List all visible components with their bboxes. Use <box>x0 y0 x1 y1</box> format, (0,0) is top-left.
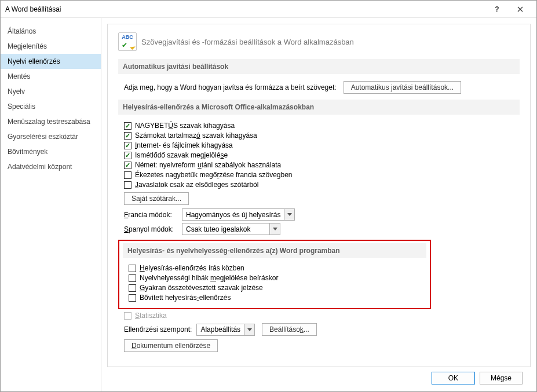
proofing-icon: ABC ✔ <box>118 32 137 51</box>
check-statistics: Statisztika <box>124 312 520 320</box>
content-panel: ABC ✔ Szövegjavítási és -formázási beáll… <box>107 24 531 367</box>
spanish-modes-label: Spanyol módok: <box>124 225 182 233</box>
writing-style-label: Ellenőrzési szempont: <box>124 325 192 334</box>
check-extended-spell[interactable]: Bővített helyesírás-ellenőrzés <box>129 294 426 302</box>
writing-style-select[interactable]: Alapbeállítás <box>196 324 255 336</box>
checkbox-icon <box>124 142 131 149</box>
checkbox-icon <box>124 181 131 189</box>
help-button[interactable]: ? <box>485 1 509 18</box>
checkbox-icon <box>124 312 131 320</box>
chevron-down-icon <box>269 224 280 235</box>
nav-advanced[interactable]: Speciális <box>1 99 101 114</box>
checkbox-icon <box>129 284 136 292</box>
ok-button[interactable]: OK <box>432 372 475 384</box>
dialog-footer: OK Mégse <box>107 367 531 391</box>
spanish-modes-select[interactable]: Csak tuteo igealakok <box>182 223 280 235</box>
nav-addins[interactable]: Bővítmények <box>1 144 101 159</box>
autocorrect-desc: Adja meg, hogy a Word hogyan javítsa és … <box>124 83 337 91</box>
checkbox-icon <box>124 162 131 169</box>
page-header-text: Szövegjavítási és -formázási beállítások… <box>141 38 354 46</box>
check-internet[interactable]: Internet- és fájlcímek kihagyása <box>124 141 520 149</box>
checkbox-icon <box>124 122 131 130</box>
office-spell-section-title: Helyesírás-ellenőrzés a Microsoft Office… <box>118 100 520 115</box>
grammar-settings-button[interactable]: Beállítások... <box>262 323 317 336</box>
check-french-accent[interactable]: Ékezetes nagybetűk megőrzése francia szö… <box>124 171 520 179</box>
nav-save[interactable]: Mentés <box>1 69 101 84</box>
category-sidebar: Általános Megjelenítés Nyelvi ellenőrzés… <box>1 18 101 391</box>
custom-dictionaries-button[interactable]: Saját szótárak... <box>124 192 189 205</box>
chevron-down-icon <box>284 209 294 220</box>
nav-display[interactable]: Megjelenítés <box>1 39 101 54</box>
page-header: ABC ✔ Szövegjavítási és -formázási beáll… <box>118 32 520 51</box>
checkbox-icon <box>124 171 131 179</box>
french-modes-select[interactable]: Hagyományos és új helyesírás <box>182 208 295 221</box>
check-german[interactable]: Német: nyelvreform utáni szabályok haszn… <box>124 161 520 169</box>
checkbox-icon <box>129 274 136 282</box>
check-grammar-as-type[interactable]: Nyelvhelyességi hibák megjelölése beírás… <box>129 274 426 282</box>
cancel-button[interactable]: Mégse <box>480 372 523 384</box>
recheck-document-button[interactable]: Dokumentum ellenőrzése <box>124 339 218 352</box>
autocorrect-options-button[interactable]: Automatikus javítási beállítások... <box>344 81 461 94</box>
nav-qat[interactable]: Gyorselérési eszköztár <box>1 129 101 144</box>
nav-language[interactable]: Nyelv <box>1 84 101 99</box>
nav-proofing[interactable]: Nyelvi ellenőrzés <box>1 54 101 69</box>
word-spell-section-title: Helyesírás- és nyelvhelyesség-ellenőrzés… <box>123 243 426 258</box>
check-uppercase[interactable]: NAGYBETŰS szavak kihagyása <box>124 122 520 130</box>
checkbox-icon <box>124 132 131 140</box>
content-wrap: ABC ✔ Szövegjavítási és -formázási beáll… <box>101 18 536 391</box>
nav-ribbon[interactable]: Menüszalag testreszabása <box>1 114 101 129</box>
nav-trust[interactable]: Adatvédelmi központ <box>1 159 101 174</box>
french-modes-label: Francia módok: <box>124 211 182 219</box>
dialog-body: Általános Megjelenítés Nyelvi ellenőrzés… <box>1 18 536 391</box>
checkbox-icon <box>129 294 136 302</box>
dialog-title: A Word beállításai <box>5 5 485 13</box>
titlebar: A Word beállításai ? <box>1 1 536 18</box>
check-spelling-as-type[interactable]: Helyesírás-ellenőrzés írás közben <box>129 264 426 272</box>
autocorrect-row: Adja meg, hogy a Word hogyan javítsa és … <box>124 81 520 94</box>
chevron-down-icon <box>244 324 254 335</box>
close-icon <box>517 6 523 12</box>
close-button[interactable] <box>509 1 532 18</box>
check-numbers[interactable]: Számokat tartalmazó szavak kihagyása <box>124 131 520 140</box>
checkbox-icon <box>124 152 131 159</box>
autocorrect-section-title: Automatikus javítási beállítások <box>118 59 520 74</box>
word-options-dialog: A Word beállításai ? Általános Megjelení… <box>0 0 537 392</box>
check-repeated[interactable]: Ismétlődő szavak megjelölése <box>124 151 520 159</box>
check-main-dict-only[interactable]: Javaslatok csak az elsődleges szótárból <box>124 181 520 189</box>
highlighted-section: Helyesírás- és nyelvhelyesség-ellenőrzés… <box>118 240 431 309</box>
check-confused-words[interactable]: Gyakran összetévesztett szavak jelzése <box>129 284 426 292</box>
checkbox-icon <box>129 265 136 272</box>
nav-general[interactable]: Általános <box>1 24 101 39</box>
